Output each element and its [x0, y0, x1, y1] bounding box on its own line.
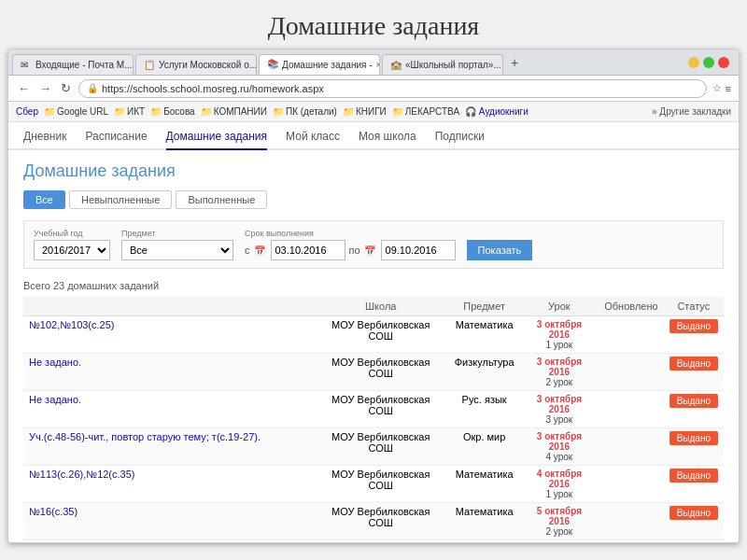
- tab-3-favicon: 📚: [267, 59, 278, 70]
- updated-cell: [599, 391, 663, 428]
- star-icon[interactable]: ☆: [712, 82, 722, 94]
- new-tab-button[interactable]: +: [505, 55, 524, 70]
- table-row: №102,№103(с.25) МОУ Вербилковская СОШ Ма…: [23, 316, 724, 354]
- updated-cell: [599, 428, 663, 466]
- table-row: Не задано. МОУ Вербилковская СОШ Физкуль…: [23, 354, 724, 391]
- back-button[interactable]: ←: [16, 81, 32, 95]
- filter-complete[interactable]: Выполненные: [176, 190, 267, 209]
- tab-2[interactable]: 📋 Услуги Московской о... ×: [135, 54, 257, 75]
- lesson-cell: 6 октября 20162 урок: [520, 540, 599, 544]
- bookmark-ikt[interactable]: 📁ИКТ: [114, 106, 145, 117]
- url-box[interactable]: 🔒 https://schools.school.mosreg.ru/homew…: [78, 79, 707, 98]
- bookmark-audiobooks[interactable]: 🎧 Аудиокниги: [465, 106, 529, 117]
- status-cell: Выдано: [664, 466, 724, 503]
- slide-title: Домашние задания: [0, 0, 747, 49]
- status-cell: Выдано: [664, 503, 724, 540]
- bookmark-google[interactable]: 📁Google URL: [44, 106, 108, 117]
- hw-count: Всего 23 домашних заданий: [23, 280, 724, 291]
- bookmark-companies[interactable]: 📁КОМПАНИИ: [201, 106, 267, 117]
- table-header-row: Школа Предмет Урок Обновлено Статус: [23, 297, 724, 316]
- school-cell: МОУ Вербилковская СОШ: [313, 354, 449, 391]
- nav-subscriptions[interactable]: Подписки: [435, 122, 485, 150]
- homework-table: Школа Предмет Урок Обновлено Статус №102…: [23, 297, 724, 543]
- task-cell[interactable]: №16(с.35): [23, 503, 313, 540]
- folder-icon-5: 📁: [273, 106, 284, 117]
- folder-icon-4: 📁: [201, 106, 212, 117]
- date-to-input[interactable]: [381, 240, 456, 260]
- tab-1-favicon: ✉: [21, 60, 32, 71]
- subject-select[interactable]: Все: [121, 240, 233, 260]
- updated-cell: [599, 316, 663, 354]
- filter-all[interactable]: Все: [23, 190, 65, 209]
- status-cell: Выдано: [664, 316, 724, 354]
- table-row: №113(с.26),№12(с.35) МОУ Вербилковская С…: [23, 466, 724, 503]
- nav-myschool[interactable]: Моя школа: [359, 122, 416, 150]
- bookmark-pc[interactable]: 📁ПК (детали): [273, 106, 337, 117]
- subject-cell: Математика: [449, 540, 520, 544]
- tab-4-favicon: 🏫: [390, 60, 402, 71]
- date-from-input[interactable]: [271, 240, 345, 260]
- other-bookmarks[interactable]: » Другие закладки: [652, 106, 731, 117]
- calendar-icon-to: 📅: [364, 245, 375, 256]
- close-button[interactable]: [718, 57, 729, 68]
- status-badge: Выдано: [669, 357, 718, 371]
- col-status: Статус: [664, 297, 724, 316]
- bookmark-meds[interactable]: 📁ЛЕКАРСТВА: [392, 106, 459, 117]
- folder-icon-3: 📁: [150, 106, 162, 117]
- table-row: Не задано. МОУ Вербилковская СОШ Математ…: [23, 540, 724, 544]
- table-row: Уч.(с.48-56)-чит., повтор старую тему; т…: [23, 428, 724, 466]
- bookmark-sber[interactable]: Сбер: [16, 106, 38, 117]
- reload-button[interactable]: ↻: [59, 81, 73, 95]
- task-cell[interactable]: Не задано.: [23, 391, 313, 428]
- subject-cell: Математика: [449, 503, 520, 540]
- menu-icon[interactable]: ≡: [726, 83, 731, 94]
- bookmark-bosova[interactable]: 📁Босова: [150, 106, 195, 117]
- school-cell: МОУ Вербилковская СОШ: [313, 391, 449, 428]
- nav-homework[interactable]: Домашние задания: [166, 122, 268, 150]
- address-bar: ← → ↻ 🔒 https://schools.school.mosreg.ru…: [8, 76, 739, 102]
- school-cell: МОУ Вербилковская СОШ: [313, 466, 449, 503]
- tab-3-active[interactable]: 📚 Домашние задания - ×: [259, 54, 380, 75]
- tab-4[interactable]: 🏫 «Школьный портал»... ×: [382, 54, 503, 75]
- col-school: Школа: [313, 297, 449, 316]
- subject-cell: Физкультура: [449, 354, 520, 391]
- table-row: Не задано. МОУ Вербилковская СОШ Рус. яз…: [23, 391, 724, 428]
- deadline-filter-group: Срок выполнения с 📅 по 📅: [245, 229, 456, 260]
- show-button[interactable]: Показать: [467, 240, 533, 260]
- school-cell: МОУ Вербилковская СОШ: [313, 316, 449, 354]
- filter-incomplete[interactable]: Невыполненные: [69, 190, 172, 209]
- site-nav: Дневник Расписание Домашние задания Мой …: [8, 122, 739, 150]
- bookmark-books[interactable]: 📁КНИГИ: [343, 106, 387, 117]
- task-cell[interactable]: Уч.(с.48-56)-чит., повтор старую тему; т…: [23, 428, 313, 466]
- folder-icon-7: 📁: [392, 106, 403, 117]
- task-cell[interactable]: №102,№103(с.25): [23, 316, 313, 354]
- updated-cell: [599, 503, 663, 540]
- forward-button[interactable]: →: [37, 81, 53, 95]
- bookmarks-bar: Сбер 📁Google URL 📁ИКТ 📁Босова 📁КОМПАНИИ …: [8, 102, 739, 122]
- tab-3-close[interactable]: ×: [376, 60, 380, 70]
- nav-diary[interactable]: Дневник: [23, 122, 66, 150]
- lesson-cell: 3 октября 20163 урок: [520, 391, 599, 428]
- nav-schedule[interactable]: Расписание: [85, 122, 147, 150]
- page-content: Дневник Расписание Домашние задания Мой …: [8, 122, 739, 543]
- year-select[interactable]: 2016/2017: [34, 240, 110, 260]
- updated-cell: [599, 466, 663, 503]
- nav-myclass[interactable]: Мой класс: [286, 122, 340, 150]
- minimize-button[interactable]: [688, 57, 699, 68]
- status-badge: Выдано: [669, 319, 718, 333]
- status-badge: Выдано: [669, 506, 718, 520]
- updated-cell: [599, 354, 663, 391]
- tab-1[interactable]: ✉ Входящие - Почта М... ×: [12, 54, 134, 75]
- col-lesson: Урок: [520, 297, 599, 316]
- window-controls: [688, 57, 735, 68]
- updated-cell: [599, 540, 663, 544]
- lesson-cell: 4 октября 20161 урок: [520, 466, 599, 503]
- status-badge: Выдано: [669, 469, 718, 483]
- date-from-sep: с: [245, 245, 250, 256]
- task-cell[interactable]: №113(с.26),№12(с.35): [23, 466, 313, 503]
- task-cell[interactable]: Не задано.: [23, 354, 313, 391]
- task-cell[interactable]: Не задано.: [23, 540, 313, 544]
- calendar-icon-from: 📅: [254, 245, 265, 256]
- year-label: Учебный год: [34, 229, 110, 238]
- maximize-button[interactable]: [703, 57, 714, 68]
